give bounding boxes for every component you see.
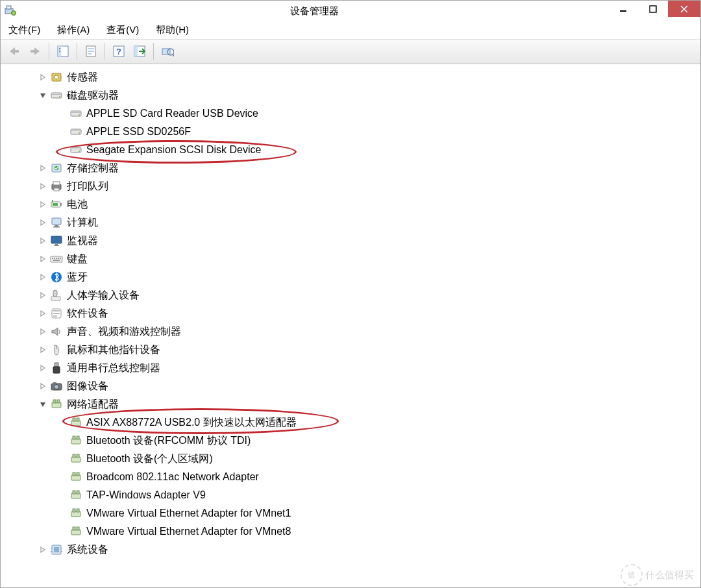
tree-item-imaging[interactable]: 图像设备 (38, 377, 700, 395)
tree-item-software[interactable]: 软件设备 (38, 304, 700, 323)
tree-item-label: 人体学输入设备 (67, 289, 140, 302)
minimize-button[interactable] (608, 1, 638, 17)
tree-item-d2[interactable]: APPLE SSD SD0256F (58, 123, 700, 141)
tree-item-n1[interactable]: ASIX AX88772A USB2.0 到快速以太网适配器 (58, 413, 700, 432)
svg-rect-6 (31, 50, 34, 53)
printer-icon (50, 180, 63, 193)
net-icon (69, 525, 82, 538)
expander-icon[interactable] (38, 291, 47, 300)
usb-icon (50, 361, 63, 374)
update-driver-button[interactable] (158, 42, 177, 61)
expander-spacer (58, 127, 67, 136)
tree-item-label: 键盘 (67, 252, 88, 266)
tree-item-d1[interactable]: APPLE SD Card Reader USB Device (58, 104, 700, 123)
scan-hardware-button[interactable] (130, 42, 149, 61)
expander-icon[interactable] (38, 91, 47, 100)
back-button[interactable] (5, 42, 24, 61)
net-icon (69, 452, 82, 465)
tree-item-d3[interactable]: Seagate Expansion SCSI Disk Device (58, 141, 700, 159)
expander-icon[interactable] (38, 182, 47, 191)
tree-item-disks[interactable]: 磁盘驱动器 (38, 86, 700, 104)
tree-item-hid[interactable]: 人体学输入设备 (38, 286, 700, 304)
expander-spacer (58, 472, 67, 482)
disk-icon (69, 143, 82, 156)
expander-icon[interactable] (38, 400, 47, 409)
tree-item-n6[interactable]: VMware Virtual Ethernet Adapter for VMne… (58, 504, 700, 522)
tree-item-label: 电池 (67, 198, 88, 212)
tree-item-computer[interactable]: 计算机 (38, 214, 700, 232)
tree-item-n4[interactable]: Broadcom 802.11ac Network Adapter (58, 468, 700, 486)
menu-view[interactable]: 查看(V) (104, 23, 141, 38)
expander-icon[interactable] (38, 273, 47, 282)
maximize-button[interactable] (638, 1, 668, 17)
tree-panel: 传感器磁盘驱动器APPLE SD Card Reader USB DeviceA… (1, 64, 700, 587)
close-button[interactable] (668, 1, 700, 17)
tree-item-label: 网络适配器 (67, 398, 119, 411)
tree-item-n5[interactable]: TAP-Windows Adapter V9 (58, 486, 700, 504)
bt-icon (50, 271, 63, 284)
tree-item-system[interactable]: 系统设备 (38, 541, 700, 559)
tree-item-label: 计算机 (67, 216, 98, 230)
tree-item-label: 鼠标和其他指针设备 (67, 343, 160, 357)
forward-button[interactable] (25, 42, 45, 61)
expander-icon[interactable] (38, 73, 47, 82)
tree-item-label: VMware Virtual Ethernet Adapter for VMne… (86, 508, 291, 519)
device-manager-window: 设备管理器 文件(F) 操作(A) 查看(V) 帮助(H) ? 传感器磁盘驱动器… (0, 0, 701, 588)
expander-icon[interactable] (38, 382, 47, 391)
tree-item-monitor[interactable]: 监视器 (38, 232, 700, 250)
tree-item-label: APPLE SSD SD0256F (86, 126, 191, 138)
menu-help[interactable]: 帮助(H) (153, 23, 191, 38)
hid-icon (50, 289, 63, 302)
imaging-icon (50, 380, 63, 393)
tree-item-mouse[interactable]: 鼠标和其他指针设备 (38, 341, 700, 359)
toolbar-separator (49, 43, 49, 60)
menubar: 文件(F) 操作(A) 查看(V) 帮助(H) (1, 21, 700, 39)
tree-item-sensors[interactable]: 传感器 (38, 68, 700, 86)
tree-item-usb[interactable]: 通用串行总线控制器 (38, 359, 700, 377)
tree-item-label: 打印队列 (67, 180, 108, 193)
expander-icon[interactable] (38, 309, 47, 318)
properties-button[interactable] (81, 42, 101, 61)
tree-item-bluetooth[interactable]: 蓝牙 (38, 268, 700, 286)
tree-item-n7[interactable]: VMware Virtual Ethernet Adapter for VMne… (58, 522, 700, 541)
expander-icon[interactable] (38, 254, 47, 263)
sound-icon (50, 325, 63, 338)
menu-action[interactable]: 操作(A) (55, 23, 92, 38)
tree-item-network[interactable]: 网络适配器 (38, 395, 700, 413)
tree-item-printers[interactable]: 打印队列 (38, 177, 700, 195)
titlebar[interactable]: 设备管理器 (1, 1, 700, 21)
svg-rect-12 (88, 48, 94, 49)
watermark-text: 什么值得买 (645, 569, 694, 582)
expander-icon[interactable] (38, 545, 47, 554)
tree-item-storage[interactable]: 存储控制器 (38, 159, 700, 177)
watermark-logo-icon: 值 (621, 564, 643, 586)
show-hide-tree-button[interactable] (53, 42, 73, 61)
menu-file[interactable]: 文件(F) (6, 23, 43, 38)
svg-rect-14 (88, 53, 92, 55)
expander-icon[interactable] (38, 363, 47, 373)
tree-item-sound[interactable]: 声音、视频和游戏控制器 (38, 323, 700, 341)
tree-item-n3[interactable]: Bluetooth 设备(个人区域网) (58, 450, 700, 468)
expander-spacer (58, 491, 67, 500)
expander-icon[interactable] (38, 218, 47, 227)
expander-icon[interactable] (38, 236, 47, 245)
tree-item-label: VMware Virtual Ethernet Adapter for VMne… (86, 526, 291, 537)
computer-icon (50, 216, 63, 229)
expander-spacer (58, 527, 67, 536)
expander-icon[interactable] (38, 345, 47, 354)
svg-rect-5 (15, 50, 19, 53)
toolbar-separator (105, 43, 105, 60)
tree-item-label: 蓝牙 (67, 271, 88, 284)
expander-icon[interactable] (38, 327, 47, 336)
toolbar-separator (77, 43, 77, 60)
tree-item-keyboard[interactable]: 键盘 (38, 250, 700, 268)
device-tree[interactable]: 传感器磁盘驱动器APPLE SD Card Reader USB DeviceA… (1, 64, 700, 587)
toolbar-separator (153, 43, 154, 60)
expander-icon[interactable] (38, 200, 47, 209)
tree-item-label: Bluetooth 设备(RFCOMM 协议 TDI) (86, 434, 251, 448)
tree-item-n2[interactable]: Bluetooth 设备(RFCOMM 协议 TDI) (58, 432, 700, 450)
tree-item-battery[interactable]: 电池 (38, 195, 700, 214)
expander-icon[interactable] (38, 164, 47, 173)
help-button[interactable]: ? (109, 42, 129, 61)
storage-icon (50, 162, 63, 175)
